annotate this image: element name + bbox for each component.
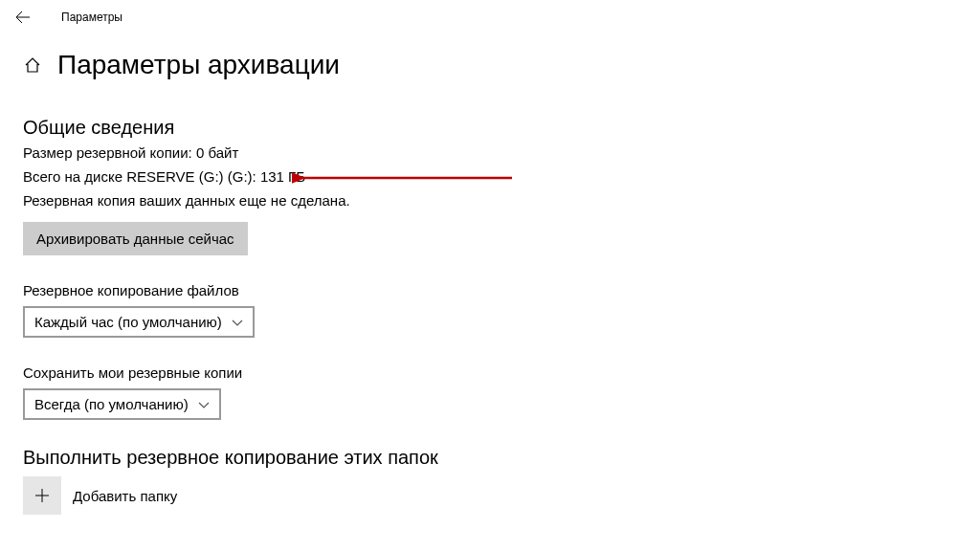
arrow-left-icon bbox=[15, 10, 31, 25]
plus-icon bbox=[33, 487, 51, 504]
home-icon bbox=[24, 56, 41, 74]
backup-now-button[interactable]: Архивировать данные сейчас bbox=[23, 222, 248, 255]
backup-status-text: Резервная копия ваших данных еще не сдел… bbox=[23, 192, 957, 209]
folders-heading: Выполнить резервное копирование этих пап… bbox=[23, 447, 957, 469]
window-title: Параметры bbox=[61, 11, 122, 24]
keep-backups-dropdown[interactable]: Всегда (по умолчанию) bbox=[23, 388, 221, 420]
disk-total-text: Всего на диске RESERVE (G:) (G:): 131 ГБ bbox=[23, 168, 957, 185]
overview-heading: Общие сведения bbox=[23, 117, 957, 139]
chevron-down-icon bbox=[232, 314, 243, 330]
backup-frequency-value: Каждый час (по умолчанию) bbox=[34, 314, 222, 330]
chevron-down-icon bbox=[198, 396, 210, 412]
backup-frequency-dropdown[interactable]: Каждый час (по умолчанию) bbox=[23, 306, 255, 338]
page-title: Параметры архивации bbox=[57, 50, 340, 80]
home-button[interactable] bbox=[23, 55, 42, 75]
title-bar: Параметры bbox=[0, 0, 980, 34]
page-header: Параметры архивации bbox=[23, 50, 957, 80]
content-area: Параметры архивации Общие сведения Разме… bbox=[0, 34, 980, 515]
add-folder-label: Добавить папку bbox=[73, 488, 177, 504]
backup-files-label: Резервное копирование файлов bbox=[23, 282, 957, 298]
back-button[interactable] bbox=[11, 6, 34, 29]
add-folder-row: Добавить папку bbox=[23, 476, 957, 515]
backup-size-text: Размер резервной копии: 0 байт bbox=[23, 144, 957, 161]
keep-backups-value: Всегда (по умолчанию) bbox=[34, 396, 189, 412]
add-folder-button[interactable] bbox=[23, 476, 61, 515]
keep-backups-label: Сохранить мои резервные копии bbox=[23, 364, 957, 381]
